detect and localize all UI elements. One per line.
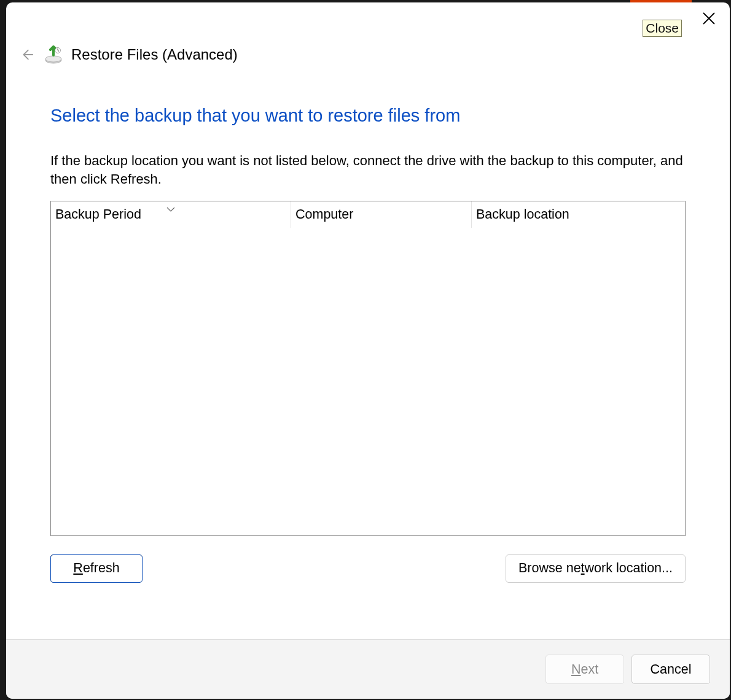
column-label: Computer <box>295 207 353 222</box>
action-button-row: Refresh Browse network location... <box>50 554 686 583</box>
column-backup-period[interactable]: Backup Period <box>51 201 291 228</box>
close-icon <box>702 11 716 26</box>
button-label: Cancel <box>651 662 692 677</box>
title-bar: Close <box>6 2 730 37</box>
close-button[interactable] <box>702 11 716 26</box>
backup-list[interactable]: Backup Period Computer Backup location <box>50 201 686 536</box>
column-label: Backup location <box>476 207 569 222</box>
column-computer[interactable]: Computer <box>291 201 472 228</box>
page-heading: Select the backup that you want to resto… <box>50 106 686 126</box>
next-button[interactable]: Next <box>545 655 624 684</box>
dialog-footer: Next Cancel <box>6 639 730 699</box>
button-accel: R <box>73 561 83 576</box>
back-arrow-icon <box>20 48 34 61</box>
button-label-pre: Browse ne <box>518 561 581 576</box>
dialog-window: Close Restore Files (Advanced) Sel <box>6 2 730 699</box>
button-label-post: work location... <box>585 561 673 576</box>
refresh-button[interactable]: Refresh <box>50 554 143 583</box>
page-description: If the backup location you want is not l… <box>50 152 686 189</box>
button-label-post: ext <box>580 662 598 677</box>
content-area: Select the backup that you want to resto… <box>6 64 730 639</box>
back-button[interactable] <box>18 46 36 63</box>
sort-indicator-icon <box>166 200 175 205</box>
list-header: Backup Period Computer Backup location <box>51 201 685 228</box>
restore-icon <box>44 45 63 64</box>
column-backup-location[interactable]: Backup location <box>472 201 685 228</box>
window-title: Restore Files (Advanced) <box>71 46 238 63</box>
button-label-post: efresh <box>83 561 120 576</box>
browse-network-button[interactable]: Browse network location... <box>506 554 686 583</box>
cancel-button[interactable]: Cancel <box>631 655 710 684</box>
close-tooltip: Close <box>643 20 682 37</box>
svg-point-3 <box>45 56 61 62</box>
header-row: Restore Files (Advanced) <box>6 37 730 64</box>
button-accel: N <box>571 662 581 677</box>
column-label: Backup Period <box>55 207 141 222</box>
